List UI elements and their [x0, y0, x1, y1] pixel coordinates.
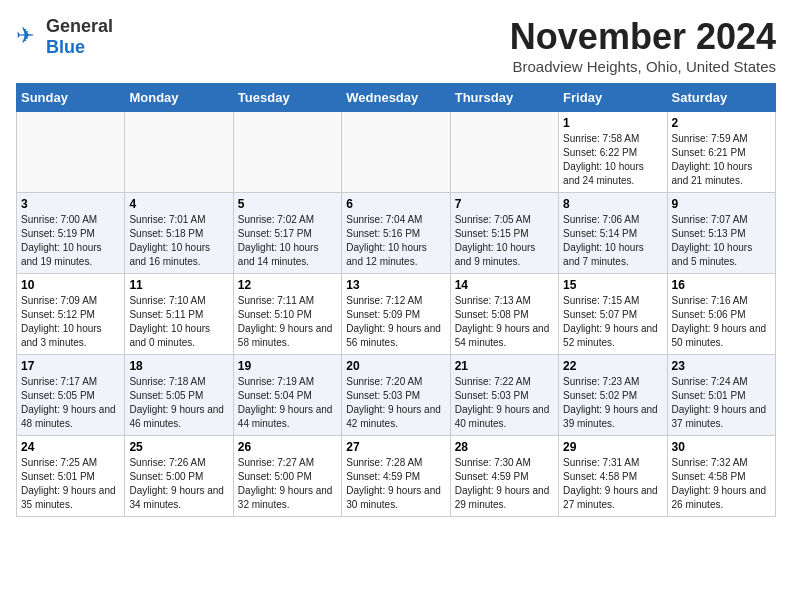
day-info: Sunrise: 7:16 AM Sunset: 5:06 PM Dayligh…	[672, 295, 767, 348]
day-of-week-thursday: Thursday	[450, 84, 558, 112]
day-number: 5	[238, 197, 337, 211]
day-number: 1	[563, 116, 662, 130]
day-number: 28	[455, 440, 554, 454]
day-number: 13	[346, 278, 445, 292]
day-info: Sunrise: 7:17 AM Sunset: 5:05 PM Dayligh…	[21, 376, 116, 429]
day-number: 26	[238, 440, 337, 454]
days-of-week-row: SundayMondayTuesdayWednesdayThursdayFrid…	[17, 84, 776, 112]
day-cell: 20Sunrise: 7:20 AM Sunset: 5:03 PM Dayli…	[342, 355, 450, 436]
day-number: 23	[672, 359, 771, 373]
day-cell: 21Sunrise: 7:22 AM Sunset: 5:03 PM Dayli…	[450, 355, 558, 436]
day-info: Sunrise: 7:25 AM Sunset: 5:01 PM Dayligh…	[21, 457, 116, 510]
day-cell: 23Sunrise: 7:24 AM Sunset: 5:01 PM Dayli…	[667, 355, 775, 436]
day-cell	[125, 112, 233, 193]
day-number: 22	[563, 359, 662, 373]
day-cell: 22Sunrise: 7:23 AM Sunset: 5:02 PM Dayli…	[559, 355, 667, 436]
day-info: Sunrise: 7:19 AM Sunset: 5:04 PM Dayligh…	[238, 376, 333, 429]
day-of-week-tuesday: Tuesday	[233, 84, 341, 112]
day-number: 3	[21, 197, 120, 211]
day-cell: 13Sunrise: 7:12 AM Sunset: 5:09 PM Dayli…	[342, 274, 450, 355]
day-info: Sunrise: 7:01 AM Sunset: 5:18 PM Dayligh…	[129, 214, 210, 267]
day-number: 7	[455, 197, 554, 211]
day-cell: 5Sunrise: 7:02 AM Sunset: 5:17 PM Daylig…	[233, 193, 341, 274]
day-cell: 9Sunrise: 7:07 AM Sunset: 5:13 PM Daylig…	[667, 193, 775, 274]
day-number: 19	[238, 359, 337, 373]
day-number: 29	[563, 440, 662, 454]
day-cell: 12Sunrise: 7:11 AM Sunset: 5:10 PM Dayli…	[233, 274, 341, 355]
day-cell: 11Sunrise: 7:10 AM Sunset: 5:11 PM Dayli…	[125, 274, 233, 355]
day-info: Sunrise: 7:22 AM Sunset: 5:03 PM Dayligh…	[455, 376, 550, 429]
day-info: Sunrise: 7:07 AM Sunset: 5:13 PM Dayligh…	[672, 214, 753, 267]
day-cell: 29Sunrise: 7:31 AM Sunset: 4:58 PM Dayli…	[559, 436, 667, 517]
day-of-week-saturday: Saturday	[667, 84, 775, 112]
day-info: Sunrise: 7:28 AM Sunset: 4:59 PM Dayligh…	[346, 457, 441, 510]
day-number: 27	[346, 440, 445, 454]
calendar-header: SundayMondayTuesdayWednesdayThursdayFrid…	[17, 84, 776, 112]
day-info: Sunrise: 7:13 AM Sunset: 5:08 PM Dayligh…	[455, 295, 550, 348]
calendar-subtitle: Broadview Heights, Ohio, United States	[510, 58, 776, 75]
day-cell	[233, 112, 341, 193]
day-info: Sunrise: 7:58 AM Sunset: 6:22 PM Dayligh…	[563, 133, 644, 186]
day-number: 16	[672, 278, 771, 292]
day-info: Sunrise: 7:10 AM Sunset: 5:11 PM Dayligh…	[129, 295, 210, 348]
day-number: 6	[346, 197, 445, 211]
day-of-week-wednesday: Wednesday	[342, 84, 450, 112]
day-cell: 26Sunrise: 7:27 AM Sunset: 5:00 PM Dayli…	[233, 436, 341, 517]
day-cell: 24Sunrise: 7:25 AM Sunset: 5:01 PM Dayli…	[17, 436, 125, 517]
week-row-5: 24Sunrise: 7:25 AM Sunset: 5:01 PM Dayli…	[17, 436, 776, 517]
day-number: 9	[672, 197, 771, 211]
day-info: Sunrise: 7:20 AM Sunset: 5:03 PM Dayligh…	[346, 376, 441, 429]
day-number: 14	[455, 278, 554, 292]
day-info: Sunrise: 7:24 AM Sunset: 5:01 PM Dayligh…	[672, 376, 767, 429]
day-info: Sunrise: 7:12 AM Sunset: 5:09 PM Dayligh…	[346, 295, 441, 348]
day-number: 10	[21, 278, 120, 292]
logo-general-text: General	[46, 16, 113, 36]
calendar-title: November 2024	[510, 16, 776, 58]
day-number: 12	[238, 278, 337, 292]
day-number: 15	[563, 278, 662, 292]
week-row-4: 17Sunrise: 7:17 AM Sunset: 5:05 PM Dayli…	[17, 355, 776, 436]
week-row-2: 3Sunrise: 7:00 AM Sunset: 5:19 PM Daylig…	[17, 193, 776, 274]
day-number: 4	[129, 197, 228, 211]
day-number: 25	[129, 440, 228, 454]
logo: ✈ General Blue	[16, 16, 113, 58]
day-number: 24	[21, 440, 120, 454]
day-info: Sunrise: 7:11 AM Sunset: 5:10 PM Dayligh…	[238, 295, 333, 348]
day-cell: 28Sunrise: 7:30 AM Sunset: 4:59 PM Dayli…	[450, 436, 558, 517]
day-info: Sunrise: 7:31 AM Sunset: 4:58 PM Dayligh…	[563, 457, 658, 510]
day-cell: 25Sunrise: 7:26 AM Sunset: 5:00 PM Dayli…	[125, 436, 233, 517]
day-cell: 3Sunrise: 7:00 AM Sunset: 5:19 PM Daylig…	[17, 193, 125, 274]
calendar-body: 1Sunrise: 7:58 AM Sunset: 6:22 PM Daylig…	[17, 112, 776, 517]
day-info: Sunrise: 7:30 AM Sunset: 4:59 PM Dayligh…	[455, 457, 550, 510]
day-info: Sunrise: 7:23 AM Sunset: 5:02 PM Dayligh…	[563, 376, 658, 429]
day-cell: 10Sunrise: 7:09 AM Sunset: 5:12 PM Dayli…	[17, 274, 125, 355]
day-of-week-friday: Friday	[559, 84, 667, 112]
day-info: Sunrise: 7:00 AM Sunset: 5:19 PM Dayligh…	[21, 214, 102, 267]
logo-blue-text: Blue	[46, 37, 85, 57]
day-cell: 19Sunrise: 7:19 AM Sunset: 5:04 PM Dayli…	[233, 355, 341, 436]
day-cell: 17Sunrise: 7:17 AM Sunset: 5:05 PM Dayli…	[17, 355, 125, 436]
day-number: 21	[455, 359, 554, 373]
day-info: Sunrise: 7:18 AM Sunset: 5:05 PM Dayligh…	[129, 376, 224, 429]
day-cell: 4Sunrise: 7:01 AM Sunset: 5:18 PM Daylig…	[125, 193, 233, 274]
day-number: 11	[129, 278, 228, 292]
svg-text:✈: ✈	[16, 23, 34, 48]
day-cell: 18Sunrise: 7:18 AM Sunset: 5:05 PM Dayli…	[125, 355, 233, 436]
day-info: Sunrise: 7:32 AM Sunset: 4:58 PM Dayligh…	[672, 457, 767, 510]
day-number: 8	[563, 197, 662, 211]
day-info: Sunrise: 7:59 AM Sunset: 6:21 PM Dayligh…	[672, 133, 753, 186]
day-cell: 16Sunrise: 7:16 AM Sunset: 5:06 PM Dayli…	[667, 274, 775, 355]
day-cell: 30Sunrise: 7:32 AM Sunset: 4:58 PM Dayli…	[667, 436, 775, 517]
day-of-week-monday: Monday	[125, 84, 233, 112]
day-info: Sunrise: 7:26 AM Sunset: 5:00 PM Dayligh…	[129, 457, 224, 510]
day-info: Sunrise: 7:06 AM Sunset: 5:14 PM Dayligh…	[563, 214, 644, 267]
day-cell: 14Sunrise: 7:13 AM Sunset: 5:08 PM Dayli…	[450, 274, 558, 355]
calendar-table: SundayMondayTuesdayWednesdayThursdayFrid…	[16, 83, 776, 517]
week-row-1: 1Sunrise: 7:58 AM Sunset: 6:22 PM Daylig…	[17, 112, 776, 193]
day-cell: 2Sunrise: 7:59 AM Sunset: 6:21 PM Daylig…	[667, 112, 775, 193]
day-cell: 7Sunrise: 7:05 AM Sunset: 5:15 PM Daylig…	[450, 193, 558, 274]
logo-icon: ✈	[16, 23, 44, 51]
day-info: Sunrise: 7:04 AM Sunset: 5:16 PM Dayligh…	[346, 214, 427, 267]
day-of-week-sunday: Sunday	[17, 84, 125, 112]
day-cell: 8Sunrise: 7:06 AM Sunset: 5:14 PM Daylig…	[559, 193, 667, 274]
